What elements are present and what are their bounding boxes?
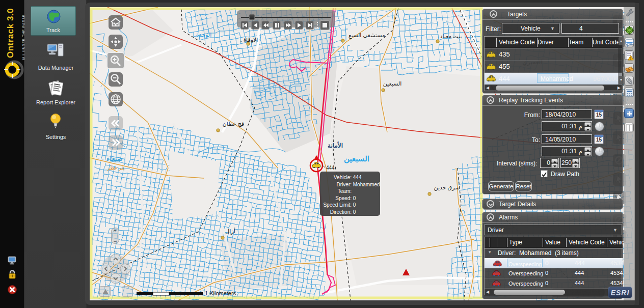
svg-text:مستشفى السبع: مستشفى السبع xyxy=(348,32,385,39)
svg-text:أزال: أزال xyxy=(225,228,235,235)
svg-text:1 Kilometers: 1 Kilometers xyxy=(205,290,236,296)
svg-text:بيت معياد: بيت معياد xyxy=(440,33,462,39)
svg-text:الاوقاف: الاوقاف xyxy=(240,37,258,43)
svg-text:السبعين: السبعين xyxy=(383,80,402,87)
svg-text:444: 444 xyxy=(326,165,335,171)
svg-text:شرق حدين: شرق حدين xyxy=(434,184,460,191)
svg-text:فج عطان: فج عطان xyxy=(223,121,244,127)
svg-text:الأمانة: الأمانة xyxy=(328,141,343,149)
svg-text:الوحدة: الوحدة xyxy=(196,32,211,38)
svg-text:السبعين: السبعين xyxy=(344,154,369,163)
